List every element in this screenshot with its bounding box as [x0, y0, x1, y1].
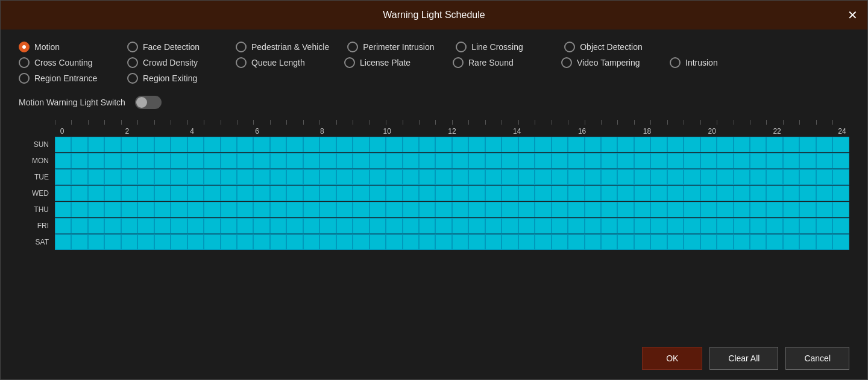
- schedule-cell[interactable]: [336, 202, 353, 217]
- schedule-cell[interactable]: [568, 169, 584, 185]
- schedule-cell[interactable]: [286, 234, 303, 250]
- schedule-cell[interactable]: [71, 202, 87, 217]
- schedule-cell[interactable]: [667, 218, 684, 234]
- schedule-cell[interactable]: [750, 137, 766, 152]
- grid-cells-sat[interactable]: [55, 234, 849, 250]
- schedule-cell[interactable]: [253, 169, 269, 185]
- schedule-cell[interactable]: [468, 202, 485, 217]
- schedule-cell[interactable]: [568, 185, 584, 201]
- schedule-cell[interactable]: [419, 202, 435, 217]
- grid-cells-thu[interactable]: [55, 202, 849, 217]
- schedule-cell[interactable]: [485, 234, 502, 250]
- schedule-cell[interactable]: [386, 153, 402, 169]
- grid-cells-mon[interactable]: [55, 153, 849, 169]
- schedule-cell[interactable]: [237, 218, 253, 234]
- schedule-cell[interactable]: [468, 234, 485, 250]
- schedule-cell[interactable]: [783, 137, 799, 152]
- radio-item-license_plate[interactable]: License Plate: [344, 57, 435, 68]
- ok-button[interactable]: OK: [642, 347, 702, 370]
- schedule-cell[interactable]: [370, 218, 386, 234]
- schedule-cell[interactable]: [121, 153, 137, 169]
- schedule-cell[interactable]: [55, 234, 71, 250]
- schedule-cell[interactable]: [336, 234, 353, 250]
- schedule-cell[interactable]: [799, 137, 816, 152]
- schedule-cell[interactable]: [286, 218, 303, 234]
- schedule-cell[interactable]: [237, 185, 253, 201]
- schedule-cell[interactable]: [585, 185, 601, 201]
- schedule-cell[interactable]: [634, 218, 650, 234]
- schedule-cell[interactable]: [799, 202, 816, 217]
- schedule-cell[interactable]: [370, 234, 386, 250]
- schedule-cell[interactable]: [270, 169, 286, 185]
- schedule-cell[interactable]: [71, 185, 87, 201]
- schedule-cell[interactable]: [452, 137, 468, 152]
- schedule-cell[interactable]: [104, 169, 121, 185]
- schedule-cell[interactable]: [221, 169, 237, 185]
- schedule-cell[interactable]: [468, 153, 485, 169]
- schedule-cell[interactable]: [171, 202, 187, 217]
- schedule-cell[interactable]: [353, 234, 369, 250]
- schedule-cell[interactable]: [88, 218, 104, 234]
- schedule-cell[interactable]: [353, 202, 369, 217]
- schedule-cell[interactable]: [253, 234, 269, 250]
- radio-item-motion[interactable]: Motion: [19, 42, 109, 52]
- schedule-cell[interactable]: [617, 218, 634, 234]
- schedule-cell[interactable]: [601, 202, 617, 217]
- schedule-cell[interactable]: [452, 202, 468, 217]
- schedule-cell[interactable]: [386, 218, 402, 234]
- schedule-cell[interactable]: [601, 185, 617, 201]
- schedule-cell[interactable]: [552, 153, 568, 169]
- schedule-cell[interactable]: [717, 202, 733, 217]
- schedule-cell[interactable]: [221, 202, 237, 217]
- schedule-cell[interactable]: [717, 234, 733, 250]
- schedule-cell[interactable]: [552, 137, 568, 152]
- schedule-cell[interactable]: [684, 218, 700, 234]
- schedule-cell[interactable]: [435, 234, 451, 250]
- schedule-cell[interactable]: [270, 185, 286, 201]
- schedule-cell[interactable]: [104, 137, 121, 152]
- schedule-cell[interactable]: [799, 185, 816, 201]
- schedule-cell[interactable]: [237, 202, 253, 217]
- schedule-cell[interactable]: [568, 218, 584, 234]
- cancel-button[interactable]: Cancel: [785, 347, 849, 370]
- schedule-cell[interactable]: [237, 234, 253, 250]
- schedule-cell[interactable]: [270, 153, 286, 169]
- schedule-cell[interactable]: [137, 169, 154, 185]
- schedule-cell[interactable]: [353, 153, 369, 169]
- schedule-cell[interactable]: [319, 234, 336, 250]
- schedule-cell[interactable]: [617, 185, 634, 201]
- schedule-cell[interactable]: [601, 169, 617, 185]
- schedule-cell[interactable]: [650, 153, 667, 169]
- schedule-cell[interactable]: [55, 218, 71, 234]
- schedule-cell[interactable]: [55, 185, 71, 201]
- schedule-cell[interactable]: [783, 169, 799, 185]
- schedule-cell[interactable]: [419, 185, 435, 201]
- schedule-cell[interactable]: [750, 234, 766, 250]
- schedule-cell[interactable]: [485, 185, 502, 201]
- schedule-cell[interactable]: [386, 185, 402, 201]
- schedule-cell[interactable]: [684, 153, 700, 169]
- schedule-cell[interactable]: [717, 137, 733, 152]
- schedule-cell[interactable]: [750, 185, 766, 201]
- schedule-cell[interactable]: [485, 169, 502, 185]
- schedule-cell[interactable]: [419, 137, 435, 152]
- schedule-cell[interactable]: [783, 185, 799, 201]
- schedule-cell[interactable]: [270, 234, 286, 250]
- schedule-cell[interactable]: [667, 169, 684, 185]
- schedule-cell[interactable]: [319, 137, 336, 152]
- schedule-cell[interactable]: [121, 137, 137, 152]
- schedule-cell[interactable]: [601, 153, 617, 169]
- schedule-cell[interactable]: [353, 169, 369, 185]
- schedule-cell[interactable]: [585, 218, 601, 234]
- schedule-cell[interactable]: [104, 218, 121, 234]
- schedule-cell[interactable]: [435, 153, 451, 169]
- schedule-cell[interactable]: [121, 218, 137, 234]
- schedule-cell[interactable]: [585, 137, 601, 152]
- schedule-cell[interactable]: [370, 185, 386, 201]
- schedule-cell[interactable]: [435, 169, 451, 185]
- schedule-cell[interactable]: [766, 137, 782, 152]
- schedule-cell[interactable]: [485, 202, 502, 217]
- schedule-cell[interactable]: [700, 137, 717, 152]
- schedule-cell[interactable]: [403, 169, 419, 185]
- schedule-cell[interactable]: [816, 218, 832, 234]
